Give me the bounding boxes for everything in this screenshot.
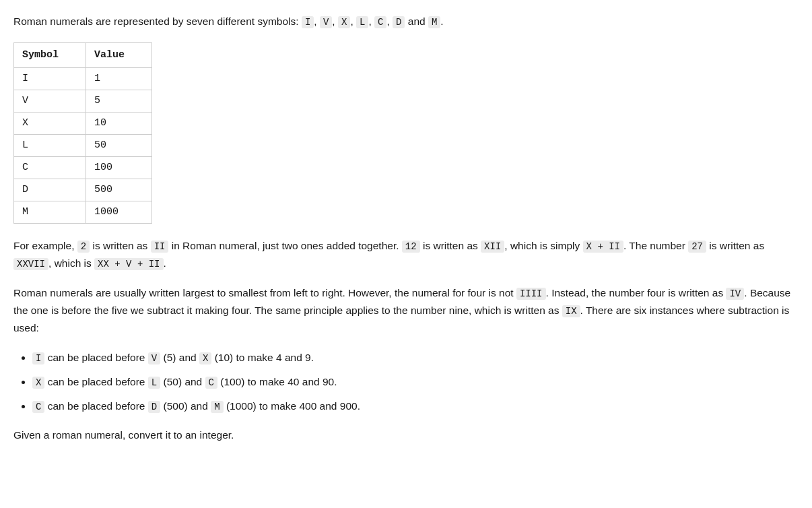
code-bullet-C2: C bbox=[32, 401, 44, 413]
table-cell-value: 500 bbox=[86, 179, 152, 201]
paragraph-subtraction: Roman numerals are usually written large… bbox=[13, 284, 799, 337]
code-XX-plus-V-plus-II: XX + V + II bbox=[94, 258, 163, 270]
list-item-C: C can be placed before D (500) and M (10… bbox=[32, 398, 799, 415]
symbol-V: V bbox=[320, 16, 332, 28]
code-IX: IX bbox=[562, 305, 580, 317]
paragraph-example: For example, 2 is written as II in Roman… bbox=[13, 237, 799, 272]
list-item-I: I can be placed before V (5) and X (10) … bbox=[32, 349, 799, 367]
table-cell-value: 1 bbox=[86, 67, 152, 90]
symbol-C: C bbox=[374, 16, 386, 28]
table-row: M 1000 bbox=[14, 201, 152, 223]
code-bullet-C: C bbox=[205, 377, 217, 389]
table-cell-value: 10 bbox=[86, 112, 152, 134]
code-IV: IV bbox=[726, 288, 744, 300]
code-bullet-M: M bbox=[211, 401, 223, 413]
table-header-symbol: Symbol bbox=[14, 42, 86, 67]
code-bullet-L: L bbox=[148, 377, 160, 389]
table-row: V 5 bbox=[14, 90, 152, 112]
code-II: II bbox=[151, 241, 169, 253]
subtraction-list: I can be placed before V (5) and X (10) … bbox=[13, 349, 799, 415]
code-bullet-X: X bbox=[199, 352, 211, 364]
symbol-M: M bbox=[428, 16, 440, 28]
table-cell-symbol: I bbox=[14, 67, 86, 90]
table-cell-symbol: X bbox=[14, 112, 86, 134]
table-cell-symbol: C bbox=[14, 156, 86, 179]
symbol-L: L bbox=[356, 16, 368, 28]
symbol-D: D bbox=[393, 16, 405, 28]
table-cell-value: 50 bbox=[86, 134, 152, 156]
code-XII: XII bbox=[481, 241, 504, 253]
list-item-X: X can be placed before L (50) and C (100… bbox=[32, 373, 799, 391]
table-row: C 100 bbox=[14, 156, 152, 179]
intro-paragraph: Roman numerals are represented by seven … bbox=[13, 13, 799, 30]
table-row: L 50 bbox=[14, 134, 152, 156]
symbols-table: Symbol Value I 1 V 5 X 10 L 50 C 100 D 5… bbox=[13, 42, 152, 224]
table-cell-value: 100 bbox=[86, 156, 152, 179]
table-cell-symbol: V bbox=[14, 90, 86, 112]
table-cell-value: 5 bbox=[86, 90, 152, 112]
table-header-value: Value bbox=[86, 42, 152, 67]
symbol-I: I bbox=[302, 16, 314, 28]
table-row: D 500 bbox=[14, 179, 152, 201]
code-X-plus-II: X + II bbox=[583, 241, 623, 253]
table-row: I 1 bbox=[14, 67, 152, 90]
symbol-X: X bbox=[338, 16, 350, 28]
table-cell-symbol: M bbox=[14, 201, 86, 223]
table-cell-symbol: L bbox=[14, 134, 86, 156]
code-bullet-I: I bbox=[32, 352, 44, 364]
code-XXVII: XXVII bbox=[13, 258, 48, 270]
code-27: 27 bbox=[688, 241, 706, 253]
code-12: 12 bbox=[402, 241, 420, 253]
code-bullet-D: D bbox=[148, 401, 160, 413]
table-cell-symbol: D bbox=[14, 179, 86, 201]
code-2: 2 bbox=[77, 241, 90, 253]
table-cell-value: 1000 bbox=[86, 201, 152, 223]
table-row: X 10 bbox=[14, 112, 152, 134]
code-bullet-V: V bbox=[148, 352, 160, 364]
code-bullet-X2: X bbox=[32, 377, 44, 389]
code-IIII: IIII bbox=[516, 288, 546, 300]
final-paragraph: Given a roman numeral, convert it to an … bbox=[13, 427, 799, 444]
